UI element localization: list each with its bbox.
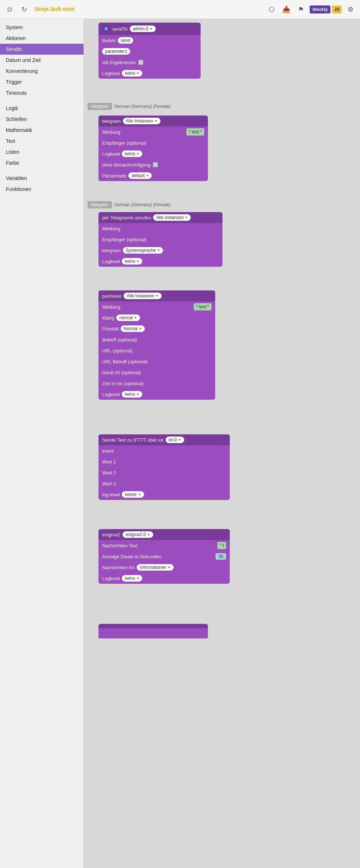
export-icon[interactable]: ⬡ — [266, 4, 278, 15]
pushover-meldung-connector: " text " — [194, 303, 212, 310]
pushover-adapter[interactable]: Alle Instanzen — [124, 293, 161, 299]
prioritaet-value[interactable]: Normal — [121, 325, 145, 332]
wert2-label: Wert 2 — [102, 470, 116, 476]
url-label: URL (optional) — [102, 348, 132, 353]
sidebar-item-schleifen[interactable]: Schleifen — [0, 114, 84, 125]
parsemode-value[interactable]: default — [128, 172, 152, 179]
enigma-adapter[interactable]: enigma2.0 — [123, 531, 153, 538]
pushover-urlbetreff-row: URL Betreff (optional) — [98, 356, 215, 367]
ifttt-label: Sende Text zu IFTTT über iot — [102, 437, 163, 443]
call-loglevel-row: Loglevel keins — [98, 256, 222, 267]
telegram-call-label: per Telegramm anrufen — [102, 215, 151, 220]
main-layout: System Aktionen Sendto Datum und Zeit Ko… — [0, 19, 360, 868]
pushover-meldung-label: Meldung — [102, 304, 120, 310]
sidebar-item-farbe[interactable]: Farbe — [0, 157, 84, 168]
sidebar-item-sendto[interactable]: Sendto — [0, 44, 84, 55]
klang-label: Klang — [102, 315, 114, 321]
telegram-parsemode-row: Parsemode default — [98, 170, 208, 181]
target-icon[interactable]: ⊙ — [4, 4, 15, 15]
import-icon[interactable]: 📥 — [280, 4, 292, 15]
sendto-loglevel-value[interactable]: keins — [122, 70, 142, 77]
ifttt-loglevel-label: log-level — [102, 492, 120, 497]
sidebar-item-konvertierung[interactable]: Konvertierung — [0, 66, 84, 77]
sidebar-item-funktionen[interactable]: Funktionen — [0, 184, 84, 195]
pushover-zeitms-row: Zeit in ms (optional) — [98, 378, 215, 389]
wert1-label: Wert 1 — [102, 459, 116, 465]
zeitms-label: Zeit in ms (optional) — [102, 381, 144, 386]
telegram-loglevel-value[interactable]: keins — [122, 150, 142, 157]
call-telegram-value[interactable]: Systemsprache — [123, 247, 163, 254]
sidebar-item-listen[interactable]: Listen — [0, 146, 84, 157]
telegram-meldung-row: Meldung " text " — [98, 126, 208, 137]
sidebar-item-trigger[interactable]: Trigger — [0, 77, 84, 87]
sendto-adapter[interactable]: admin.0 — [130, 26, 156, 32]
telegram-gray-label: telegram — [88, 103, 112, 110]
event-label: event — [102, 448, 114, 454]
quote-left-icon: " — [189, 129, 191, 135]
art-value[interactable]: Informationen — [137, 564, 174, 571]
parsemode-label: Parsemode — [102, 173, 126, 179]
partial-block — [98, 624, 208, 638]
klang-value[interactable]: normal — [116, 314, 140, 321]
blockly-badge[interactable]: blockly — [310, 5, 330, 13]
pushover-block: pushover Alle Instanzen Meldung " text "… — [98, 290, 215, 400]
sidebar-item-aktionen[interactable]: Aktionen — [0, 33, 84, 44]
pushover-loglevel-value[interactable]: keins — [122, 391, 142, 398]
pushover-text-value: text — [199, 304, 206, 309]
tts-row2: telegram German (Germany) (Female) — [88, 201, 171, 208]
ohnebenach-checkbox[interactable] — [153, 162, 158, 167]
call-empfaenger-label: Empfänger (optional) — [102, 237, 146, 242]
mitergebnissen-label: mit Ergebnissen — [102, 60, 136, 65]
text-value: text — [192, 129, 199, 134]
enigma-text-box: " t — [217, 542, 226, 549]
enigma-loglevel-value[interactable]: keins — [122, 575, 142, 582]
telegram-label: telegram — [102, 118, 121, 124]
telegram-meldung-label: Meldung — [102, 129, 120, 135]
flag-icon[interactable]: ⚑ — [295, 4, 307, 15]
telegram-header: telegram Alle Instanzen — [98, 116, 208, 126]
ifttt-wert3-row: Wert 3 — [98, 478, 230, 489]
sidebar-item-variablen[interactable]: Variablen — [0, 173, 84, 184]
sidebar-item-system[interactable]: System — [0, 22, 84, 33]
tts-row: telegram German (Germany) (Female) — [88, 103, 171, 110]
sendto-parameter-row: parameter1 — [98, 46, 201, 57]
ifttt-event-row: event — [98, 445, 230, 456]
ifttt-loglevel-row: log-level keiner — [98, 489, 230, 500]
befehl-value[interactable]: send — [118, 37, 133, 44]
sendto-mitergebnissen-row: mit Ergebnissen — [98, 57, 201, 68]
pushover-label: pushover — [102, 293, 121, 299]
pushover-quote-left: " — [196, 304, 198, 310]
partial-header — [98, 624, 208, 628]
enigma-dauer-connector: 30 — [216, 553, 226, 560]
enigma-text-value: t — [223, 543, 224, 548]
tts-description: German (Germany) (Female) — [114, 104, 171, 109]
pushover-loglevel-label: Loglevel — [102, 392, 120, 397]
refresh-icon[interactable]: ↻ — [18, 4, 30, 15]
enigma-loglevel-label: Loglevel — [102, 576, 120, 581]
settings-icon[interactable]: ⚙ — [345, 4, 356, 15]
telegram-loglevel-label: Loglevel — [102, 151, 120, 157]
pushover-betreff-row: Betreff (optional) — [98, 334, 215, 345]
sendto-label: sendTo — [112, 26, 128, 32]
sidebar-item-datetime[interactable]: Datum und Zeit — [0, 55, 84, 66]
toolbar: ⊙ ↻ Skript läuft nicht ⬡ 📥 ⚑ blockly JS … — [0, 0, 360, 19]
js-badge[interactable]: JS — [332, 5, 342, 13]
telegram-adapter[interactable]: Alle Instanzen — [123, 118, 160, 124]
call-loglevel-value[interactable]: keins — [122, 258, 142, 265]
dauer-value[interactable]: 30 — [216, 553, 226, 560]
mitergebnissen-checkbox[interactable] — [138, 60, 143, 65]
enigma-dauer-row: Anzeige Dauer in Sekunden 30 — [98, 551, 230, 562]
betreff-label: Betreff (optional) — [102, 337, 137, 343]
sidebar-item-timeouts[interactable]: Timeouts — [0, 87, 84, 98]
sidebar-item-logik[interactable]: Logik — [0, 103, 84, 114]
canvas-area: ⚙ sendTo admin.0 Befehl send parameter1 … — [84, 19, 360, 868]
parameter-value[interactable]: parameter1 — [102, 48, 130, 55]
telegram-call-adapter[interactable]: Alle Instanzen — [153, 214, 191, 221]
geraetid-label: Gerät ID (optional) — [102, 370, 141, 375]
sidebar: System Aktionen Sendto Datum und Zeit Ko… — [0, 19, 84, 868]
sidebar-item-text[interactable]: Text — [0, 136, 84, 146]
ifttt-adapter[interactable]: iot.0 — [166, 437, 184, 443]
ifttt-loglevel-value[interactable]: keiner — [122, 491, 144, 498]
enigma-label: enigma2 — [102, 532, 120, 537]
sidebar-item-mathematik[interactable]: Mathematik — [0, 125, 84, 136]
